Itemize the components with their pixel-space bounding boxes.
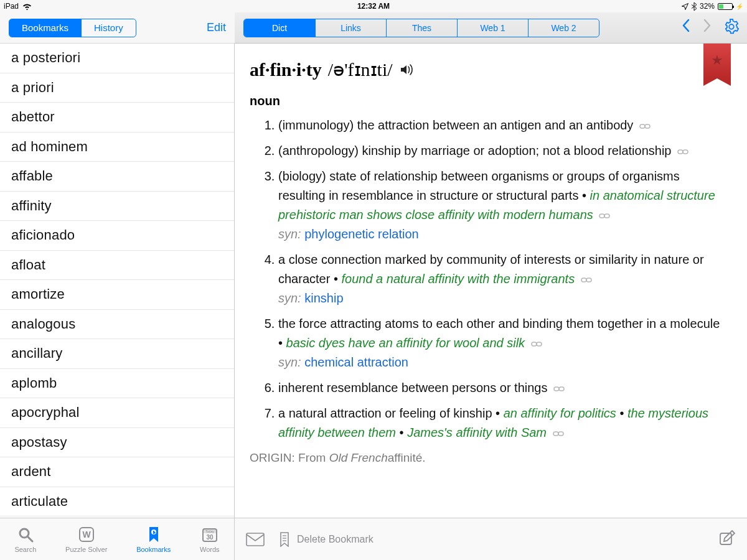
battery-icon (718, 3, 733, 10)
edit-button[interactable]: Edit (207, 21, 226, 34)
svg-rect-9 (537, 342, 542, 346)
battery-percent: 32% (700, 2, 715, 11)
link-icon[interactable] (677, 143, 688, 161)
tab-web2[interactable]: Web 2 (528, 19, 599, 37)
svg-rect-6 (581, 278, 586, 282)
svg-rect-8 (532, 342, 537, 346)
definition-text: (immunology) the attraction between an a… (278, 118, 633, 132)
seg-history[interactable]: History (81, 19, 136, 37)
mail-button[interactable] (246, 533, 265, 546)
headword-line: af·fin·i·ty /ə'fɪnɪti/ (250, 58, 728, 80)
svg-text:30: 30 (206, 534, 214, 541)
origin-word: affinité. (388, 451, 426, 464)
link-icon[interactable] (599, 207, 610, 225)
word-list-item[interactable]: articulate (0, 487, 234, 517)
synonym-link[interactable]: phylogenetic relation (304, 227, 418, 241)
location-icon (682, 3, 688, 10)
main-toolbar: Dict Links Thes Web 1 Web 2 (235, 12, 747, 44)
svg-text:W: W (82, 530, 91, 539)
sidebar-segmented: Bookmarks History (9, 19, 136, 37)
settings-button[interactable] (723, 19, 740, 37)
tab-label: Search (14, 546, 36, 553)
link-icon[interactable] (553, 380, 565, 398)
svg-rect-4 (599, 214, 604, 218)
word-list-item[interactable]: apocryphal (0, 398, 234, 428)
word-list-item[interactable]: affinity (0, 192, 234, 222)
definition-text: inherent resemblance between persons or … (278, 381, 547, 394)
headword: af·fin·i·ty (250, 59, 322, 80)
link-icon[interactable] (531, 335, 542, 353)
bookmark-ribbon[interactable]: ★ (703, 44, 731, 78)
word-list-item[interactable]: ad hominem (0, 133, 234, 162)
svg-rect-1 (645, 124, 650, 128)
link-icon[interactable] (581, 271, 592, 289)
tab-web1[interactable]: Web 1 (457, 19, 528, 37)
syn-label: syn: (278, 291, 301, 305)
origin-line: ORIGIN: From Old Frenchaffinité. (250, 451, 728, 465)
word-list-item[interactable]: a posteriori (0, 44, 234, 73)
tab-thes[interactable]: Thes (386, 19, 457, 37)
word-list-item[interactable]: aficionado (0, 221, 234, 251)
svg-rect-12 (553, 432, 558, 436)
charging-icon: ⚡ (736, 3, 743, 10)
origin-lang: Old French (329, 451, 388, 464)
word-list-item[interactable]: aplomb (0, 369, 234, 399)
svg-point-14 (20, 529, 29, 538)
word-list-item[interactable]: abettor (0, 103, 234, 133)
svg-text:Today: Today (205, 530, 214, 533)
syn-label: syn: (278, 355, 301, 369)
calendar-icon: Today30 (200, 525, 219, 544)
tab-item-words[interactable]: Today30 Words (200, 525, 220, 553)
tab-dict[interactable]: Dict (244, 19, 315, 37)
word-list-item[interactable]: ardent (0, 457, 234, 487)
svg-rect-13 (558, 432, 563, 436)
definition-text: the force attracting atoms to each other… (278, 317, 720, 330)
tab-label: Bookmarks (136, 546, 171, 553)
back-button[interactable] (681, 18, 691, 37)
definition-item: (immunology) the attraction between an a… (278, 116, 728, 135)
origin-label: ORIGIN: From (250, 451, 329, 464)
delete-bookmark-button[interactable]: Delete Bookmark (278, 532, 374, 547)
word-list-item[interactable]: a priori (0, 73, 234, 103)
word-list-item[interactable]: amortize (0, 280, 234, 310)
link-icon[interactable] (553, 425, 564, 442)
search-icon (16, 525, 35, 544)
word-list: a posterioria prioriabettorad hominemaff… (0, 44, 234, 516)
word-list-item[interactable]: apostasy (0, 428, 234, 458)
delete-bookmark-label: Delete Bookmark (297, 534, 374, 545)
definition-item: a close connection marked by community o… (278, 250, 728, 308)
synonym-link[interactable]: kinship (304, 291, 343, 305)
tab-item-bookmarks[interactable]: Bookmarks (136, 525, 171, 553)
main-segmented: Dict Links Thes Web 1 Web 2 (243, 19, 599, 37)
word-list-item[interactable]: affable (0, 162, 234, 192)
definition-text: (anthropology) kinship by marriage or ad… (278, 144, 672, 157)
definition-text: a natural attraction or feeling of kinsh… (278, 406, 492, 420)
pronunciation: /ə'fɪnɪti/ (328, 58, 393, 80)
word-list-item[interactable]: afloat (0, 251, 234, 281)
svg-rect-29 (720, 533, 731, 544)
tab-links[interactable]: Links (315, 19, 386, 37)
clock: 12:32 AM (357, 2, 390, 11)
tab-item-puzzle[interactable]: W Puzzle Solver (65, 525, 107, 553)
tab-item-search[interactable]: Search (14, 525, 36, 553)
definition-item: a natural attraction or feeling of kinsh… (278, 404, 728, 442)
svg-rect-2 (678, 150, 683, 154)
puzzle-icon: W (77, 525, 96, 544)
word-list-item[interactable]: ancillary (0, 339, 234, 369)
link-icon[interactable] (639, 118, 651, 135)
part-of-speech: noun (250, 94, 728, 108)
syn-label: syn: (278, 227, 301, 241)
compose-button[interactable] (718, 530, 736, 549)
svg-rect-10 (554, 387, 559, 391)
forward-button (702, 18, 712, 37)
speaker-button[interactable] (399, 63, 414, 77)
seg-bookmarks[interactable]: Bookmarks (9, 19, 81, 37)
example-text: an affinity for politics (504, 406, 616, 420)
word-list-item[interactable]: analogous (0, 310, 234, 340)
word-list-pane: a posterioria prioriabettorad hominemaff… (0, 44, 235, 518)
definition-item: inherent resemblance between persons or … (278, 378, 728, 398)
synonym-link[interactable]: chemical attraction (304, 355, 408, 369)
definitions-list: (immunology) the attraction between an a… (278, 116, 728, 442)
carrier-label: iPad (4, 2, 19, 11)
bookmarks-icon (144, 525, 163, 544)
